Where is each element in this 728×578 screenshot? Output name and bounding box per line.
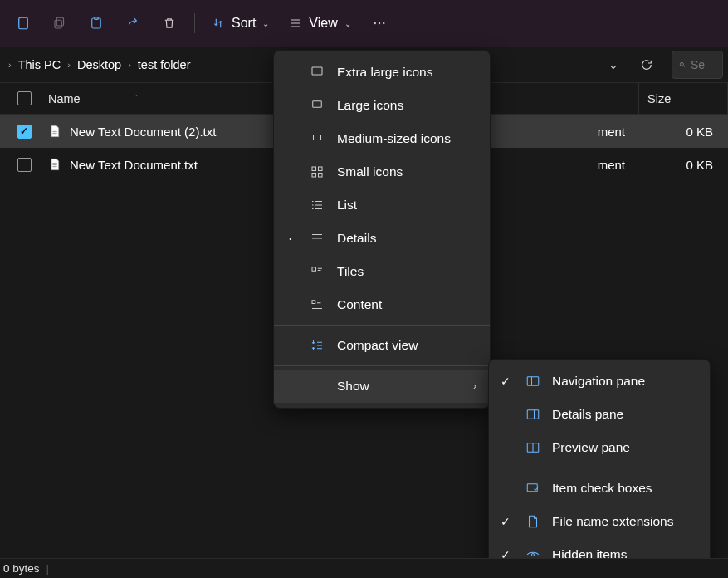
view-option-tiles[interactable]: Tiles: [274, 255, 490, 288]
menu-label: Details: [337, 231, 476, 246]
chevron-right-icon: ›: [126, 60, 133, 70]
file-icon: [48, 123, 61, 140]
menu-label: Preview pane: [552, 440, 630, 455]
checkbox-icon: [525, 481, 540, 496]
file-size: 0 KB: [632, 148, 721, 181]
search-input[interactable]: [691, 58, 716, 71]
search-box[interactable]: [672, 51, 723, 79]
crumb-thispc[interactable]: This PC: [13, 53, 66, 76]
paste-button[interactable]: [80, 7, 113, 40]
m-icon: [310, 131, 325, 146]
view-option-l[interactable]: Large icons: [274, 89, 490, 122]
search-icon: [679, 59, 686, 71]
list-icon: [310, 198, 325, 213]
delete-button[interactable]: [153, 7, 186, 40]
document-icon: [16, 16, 31, 31]
checkmark-icon: ✓: [497, 515, 514, 528]
details-icon: [310, 231, 325, 246]
view-button[interactable]: View ⌄: [281, 7, 359, 40]
chevron-down-icon: ⌄: [344, 19, 351, 28]
column-name-label: Name: [48, 92, 81, 105]
copy-button[interactable]: [43, 7, 76, 40]
crumb-desktop[interactable]: Desktop: [72, 53, 126, 76]
show-option-nav[interactable]: ✓Navigation pane: [489, 365, 710, 398]
crumb-folder[interactable]: test folder: [133, 53, 196, 76]
share-button[interactable]: [116, 7, 149, 40]
separator: [489, 468, 710, 468]
chevron-right-icon: ›: [473, 380, 476, 392]
file-type-tail: ment: [549, 158, 632, 172]
view-option-content[interactable]: Content: [274, 288, 490, 321]
xl-icon: [310, 65, 325, 80]
compact-view-toggle[interactable]: Compact view: [274, 329, 490, 362]
svg-rect-13: [319, 167, 323, 171]
menu-label: Navigation pane: [552, 374, 645, 389]
new-button[interactable]: [7, 7, 40, 40]
compact-icon: [310, 338, 325, 353]
ext-icon: [525, 514, 540, 529]
menu-label: Medium-sized icons: [337, 131, 476, 146]
chevron-down-icon: ⌄: [262, 19, 269, 28]
svg-point-7: [383, 22, 384, 24]
view-label: View: [309, 16, 337, 31]
view-menu: Extra large iconsLarge iconsMedium-sized…: [273, 50, 491, 409]
svg-rect-19: [527, 410, 539, 419]
view-option-m[interactable]: Medium-sized icons: [274, 122, 490, 155]
svg-rect-0: [19, 17, 28, 29]
ellipsis-icon: [372, 16, 387, 31]
copy-icon: [52, 16, 67, 31]
menu-label: Content: [337, 297, 476, 312]
svg-rect-11: [314, 135, 321, 140]
chevron-right-icon: ›: [66, 60, 72, 70]
svg-rect-9: [312, 67, 322, 75]
view-option-xl[interactable]: Extra large icons: [274, 56, 490, 89]
l-icon: [310, 98, 325, 113]
chevron-up-icon: ˆ: [135, 94, 139, 104]
row-checkbox[interactable]: [0, 158, 48, 172]
details-icon: [525, 407, 540, 422]
separator: [274, 325, 490, 326]
svg-point-6: [379, 22, 380, 24]
select-all[interactable]: [0, 91, 48, 105]
separator: [274, 365, 490, 366]
view-option-list[interactable]: List: [274, 189, 490, 222]
svg-rect-10: [313, 101, 322, 108]
show-option-checkbox[interactable]: Item check boxes: [489, 472, 710, 505]
svg-rect-14: [312, 174, 316, 178]
column-size[interactable]: Size: [638, 83, 728, 114]
svg-rect-18: [527, 377, 539, 386]
svg-rect-12: [312, 167, 316, 171]
refresh-button[interactable]: [630, 51, 663, 79]
show-option-details[interactable]: Details pane: [489, 398, 710, 431]
svg-rect-2: [55, 20, 61, 28]
command-bar: Sort ⌄ View ⌄: [0, 0, 728, 47]
trash-icon: [162, 16, 177, 31]
svg-rect-1: [56, 17, 63, 26]
history-button[interactable]: ⌄: [597, 51, 630, 79]
menu-label: Large icons: [337, 98, 476, 113]
sort-button[interactable]: Sort ⌄: [203, 7, 277, 40]
menu-label: Tiles: [337, 264, 476, 279]
file-size: 0 KB: [632, 115, 721, 148]
chevron-right-icon: ›: [7, 60, 13, 70]
view-option-details[interactable]: •Details: [274, 222, 490, 255]
menu-label: List: [337, 198, 476, 213]
view-icon: [289, 17, 302, 30]
preview-icon: [525, 440, 540, 455]
menu-label: Extra large icons: [337, 65, 476, 80]
svg-rect-17: [312, 301, 315, 304]
show-option-ext[interactable]: ✓File name extensions: [489, 505, 710, 538]
show-submenu: ✓Navigation paneDetails panePreview pane…: [488, 359, 711, 577]
file-name-text: New Text Document (2).txt: [70, 125, 216, 139]
separator: [194, 13, 195, 33]
row-checkbox[interactable]: [0, 125, 48, 139]
show-option-preview[interactable]: Preview pane: [489, 431, 710, 464]
menu-label: Compact view: [337, 338, 476, 353]
view-option-s[interactable]: Small icons: [274, 155, 490, 189]
more-button[interactable]: [363, 7, 396, 40]
paste-icon: [89, 16, 104, 31]
nav-icon: [525, 374, 540, 389]
file-name-text: New Text Document.txt: [70, 158, 198, 172]
status-size: 0 bytes: [3, 562, 40, 575]
show-submenu-trigger[interactable]: Show›: [274, 370, 490, 403]
